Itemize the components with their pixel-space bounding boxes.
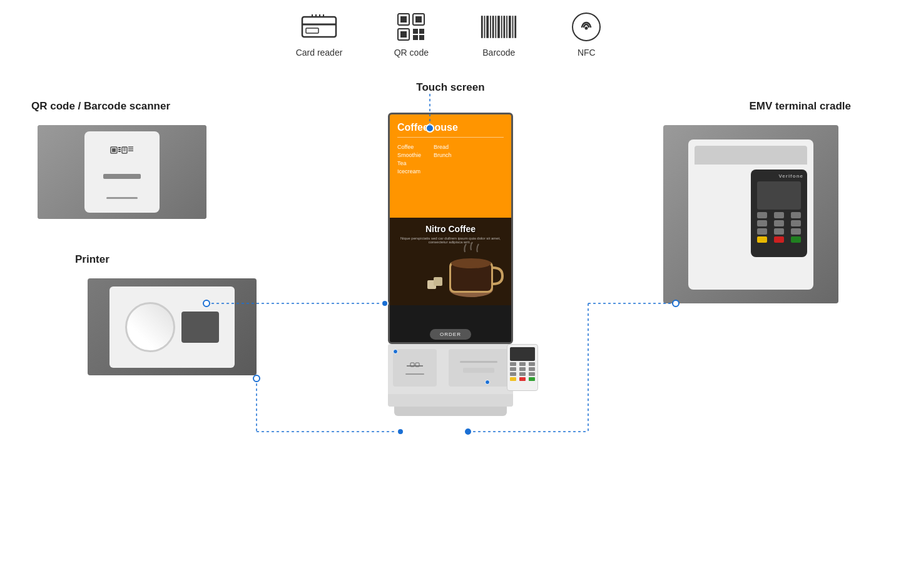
- emv-terminal-keys: [757, 212, 801, 243]
- qr-device-illustration: [84, 131, 160, 213]
- screen-app-name: Coffeehouse: [397, 122, 504, 138]
- emv-key: [791, 228, 801, 235]
- qr-panel-inner: [38, 125, 206, 219]
- svg-rect-35: [118, 149, 121, 150]
- terminal-key: [519, 372, 526, 376]
- svg-rect-27: [509, 16, 511, 38]
- svg-point-31: [585, 27, 588, 30]
- svg-point-62: [397, 428, 404, 435]
- nfc-label: NFC: [578, 48, 596, 58]
- emv-terminal-label: EMV terminal cradle: [749, 100, 851, 113]
- emv-terminal-large: Verifone: [751, 170, 807, 257]
- emv-key-red: [774, 236, 784, 243]
- diagram-area: Touch screen QR code / Barcode scanner E…: [0, 81, 901, 588]
- emv-terminal-screen: [757, 181, 801, 210]
- terminal-key: [529, 362, 535, 366]
- svg-rect-21: [492, 16, 494, 38]
- qr-scanner-bar: [103, 174, 141, 179]
- svg-point-64: [464, 428, 472, 435]
- svg-rect-16: [419, 35, 424, 40]
- kiosk-stand: [388, 394, 513, 407]
- kiosk-screen: Coffeehouse Coffee Smoothie Tea Icecream…: [388, 113, 513, 344]
- emv-key: [774, 212, 784, 218]
- svg-rect-50: [434, 277, 442, 286]
- svg-rect-17: [481, 16, 483, 38]
- svg-rect-2: [306, 28, 318, 33]
- emv-key: [757, 212, 767, 218]
- barcode-label: Barcode: [482, 48, 515, 58]
- printer-panel: [88, 278, 257, 375]
- terminal-key: [510, 367, 516, 371]
- kiosk-base: [388, 344, 513, 407]
- nfc-item: NFC: [568, 11, 605, 58]
- screen-product-area: Nitro Coffee Nique perspiciatis sed car …: [390, 218, 511, 344]
- emv-key: [791, 212, 801, 218]
- scanner-dot: [393, 349, 398, 354]
- printer-device-illustration: [109, 286, 235, 368]
- emv-panel-inner: Verifone: [663, 125, 838, 303]
- screen-menu-item: Smoothie: [397, 152, 421, 158]
- screen-menu-item: Brunch: [434, 152, 452, 158]
- svg-rect-36: [118, 151, 121, 152]
- svg-rect-23: [497, 16, 500, 38]
- screen-menu: Coffee Smoothie Tea Icecream Bread Brunc…: [397, 144, 504, 175]
- card-reader-icon: [300, 11, 338, 43]
- terminal-device: [507, 344, 538, 391]
- kiosk-emv-terminal: [507, 344, 541, 394]
- emv-key: [757, 220, 767, 226]
- emv-kiosk-device-illustration: Verifone: [688, 139, 813, 290]
- printer-label: Printer: [75, 253, 109, 266]
- screen-order-button: ORDER: [430, 329, 471, 340]
- kiosk-foot: [394, 407, 507, 416]
- svg-rect-26: [507, 16, 508, 38]
- screen-product-name: Nitro Coffee: [390, 224, 511, 234]
- svg-rect-28: [512, 16, 514, 38]
- svg-point-48: [451, 258, 491, 268]
- barcode-item: Barcode: [480, 11, 517, 58]
- emv-key: [774, 220, 784, 226]
- kiosk-scanner-section: [393, 349, 437, 387]
- svg-point-61: [253, 375, 260, 382]
- svg-rect-15: [413, 35, 418, 40]
- svg-rect-19: [487, 16, 489, 38]
- qr-code-item: QR code: [392, 11, 430, 58]
- qr-barcode-panel: [38, 125, 206, 219]
- emv-key: [757, 228, 767, 235]
- svg-rect-8: [400, 16, 407, 23]
- emv-key: [791, 220, 801, 226]
- terminal-key: [529, 367, 535, 371]
- kiosk-printer-section: [449, 349, 508, 387]
- svg-rect-29: [515, 16, 517, 38]
- screen-product-overlay: Nitro Coffee Nique perspiciatis sed car …: [390, 224, 511, 244]
- terminal-keys: [510, 362, 535, 381]
- card-reader-label: Card reader: [296, 48, 343, 58]
- svg-rect-14: [419, 29, 424, 34]
- kiosk-base-top: [388, 344, 513, 394]
- qr-code-icon: [392, 11, 430, 43]
- screen-top-bar: Coffeehouse Coffee Smoothie Tea Icecream…: [390, 114, 511, 218]
- card-reader-item: Card reader: [296, 11, 343, 58]
- svg-rect-18: [484, 16, 486, 38]
- svg-rect-0: [302, 17, 336, 37]
- screen-product-desc: Nique perspiciatis sed car dullrem ipsum…: [390, 236, 511, 244]
- svg-rect-34: [118, 147, 121, 148]
- terminal-key: [529, 372, 535, 376]
- svg-rect-33: [112, 148, 116, 152]
- terminal-key: [519, 362, 526, 366]
- qr-barcode-scanner-label: QR code / Barcode scanner: [31, 100, 170, 113]
- terminal-key: [510, 372, 516, 376]
- svg-rect-24: [501, 16, 502, 38]
- svg-rect-10: [415, 16, 422, 23]
- kiosk-container: Coffeehouse Coffee Smoothie Tea Icecream…: [382, 113, 519, 416]
- svg-rect-25: [504, 16, 506, 38]
- touch-screen-label: Touch screen: [416, 81, 484, 94]
- svg-rect-12: [400, 31, 407, 38]
- emv-key-green: [791, 236, 801, 243]
- screen-menu-item: Tea: [397, 160, 421, 166]
- screen-menu-item: Bread: [434, 144, 452, 150]
- nfc-icon: [568, 11, 605, 43]
- barcode-icon: [480, 11, 517, 43]
- terminal-key: [519, 367, 526, 371]
- screen-menu-col-right: Bread Brunch: [434, 144, 452, 175]
- printer-panel-inner: [88, 278, 257, 375]
